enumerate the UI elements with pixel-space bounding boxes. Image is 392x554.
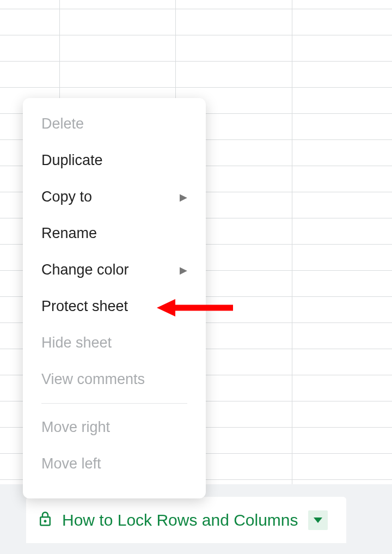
grid-cell[interactable] [292,61,392,88]
grid-cell[interactable] [292,322,392,349]
grid-cell[interactable] [292,375,392,401]
grid-cell[interactable] [292,453,392,480]
menu-item-move-left: Move left [23,446,206,482]
menu-item-label: Copy to [41,188,92,205]
sheet-tab-dropdown-button[interactable] [308,510,328,530]
grid-cell[interactable] [0,0,60,9]
menu-item-hide-sheet: Hide sheet [23,325,206,361]
lock-icon [37,510,53,530]
grid-cell[interactable] [292,270,392,297]
menu-item-label: Change color [41,261,129,278]
menu-item-rename[interactable]: Rename [23,215,206,252]
menu-item-delete: Delete [23,106,206,142]
menu-item-label: Delete [41,115,84,132]
grid-cell[interactable] [0,9,60,35]
grid-cell[interactable] [292,427,392,454]
sheet-tab-name: How to Lock Rows and Columns [62,511,298,529]
grid-cell[interactable] [59,0,176,9]
grid-cell[interactable] [292,244,392,271]
menu-item-label: Move right [41,419,110,436]
menu-item-copy-to[interactable]: Copy to▶ [23,179,206,215]
submenu-arrow-icon: ▶ [180,191,187,203]
menu-item-label: Duplicate [41,152,103,169]
menu-item-duplicate[interactable]: Duplicate [23,142,206,179]
grid-cell[interactable] [292,349,392,375]
grid-cell[interactable] [292,0,392,9]
grid-cell[interactable] [175,61,292,88]
sheet-context-menu: DeleteDuplicateCopy to▶RenameChange colo… [23,98,206,498]
grid-cell[interactable] [0,35,60,62]
grid-cell[interactable] [175,0,292,9]
menu-item-label: Hide sheet [41,334,112,351]
grid-cell[interactable] [292,401,392,428]
menu-item-label: Move left [41,455,101,472]
grid-cell[interactable] [292,113,392,140]
caret-down-icon [314,518,322,523]
grid-cell[interactable] [292,166,392,192]
grid-cell[interactable] [292,35,392,62]
menu-item-protect-sheet[interactable]: Protect sheet [23,288,206,325]
grid-cell[interactable] [59,9,176,35]
grid-cell[interactable] [292,218,392,245]
menu-item-label: View comments [41,371,145,388]
grid-cell[interactable] [292,139,392,166]
menu-item-label: Protect sheet [41,298,128,315]
grid-cell[interactable] [292,296,392,323]
grid-cell[interactable] [175,9,292,35]
grid-cell[interactable] [59,35,176,62]
grid-cell[interactable] [292,87,392,114]
menu-item-change-color[interactable]: Change color▶ [23,252,206,288]
menu-divider [41,403,187,404]
grid-cell[interactable] [0,61,60,88]
menu-item-label: Rename [41,225,97,242]
grid-cell[interactable] [175,35,292,62]
grid-cell[interactable] [292,9,392,35]
active-sheet-tab[interactable]: How to Lock Rows and Columns [26,497,346,543]
submenu-arrow-icon: ▶ [180,264,187,276]
menu-item-view-comments: View comments [23,361,206,398]
menu-item-move-right: Move right [23,409,206,446]
grid-cell[interactable] [59,61,176,88]
grid-cell[interactable] [292,192,392,218]
